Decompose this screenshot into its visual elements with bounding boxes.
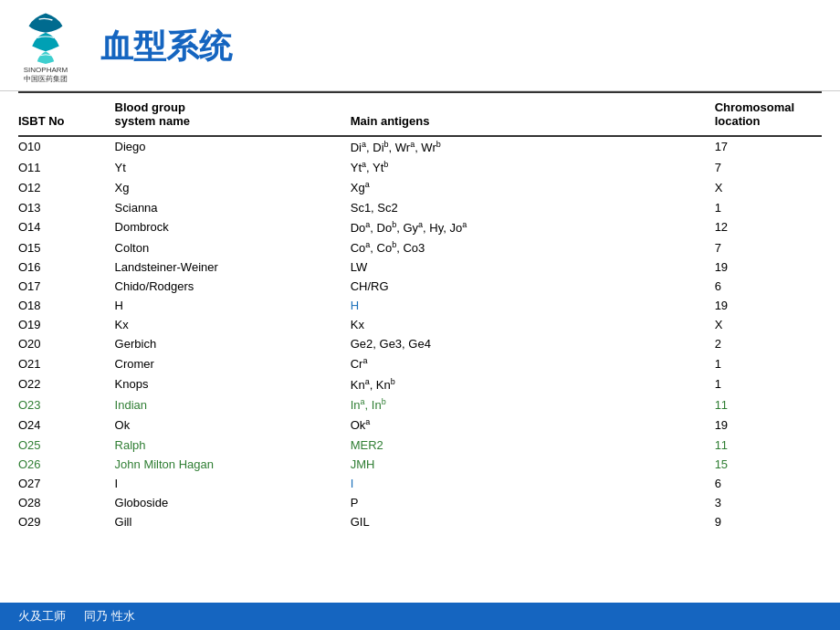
cell-chromosome: 6: [715, 474, 822, 493]
cell-name: Gerbich: [115, 334, 351, 353]
footer-item-1: 火及工师: [18, 608, 66, 625]
cell-name: Kx: [115, 315, 351, 334]
table-header-row: ISBT No Blood groupsystem name Main anti…: [18, 92, 822, 136]
cell-name: I: [115, 474, 351, 493]
cell-antigens: P: [351, 493, 715, 512]
cell-chromosome: 7: [715, 157, 822, 177]
cell-name: Chido/Rodgers: [115, 277, 351, 296]
cell-isbt: O17: [18, 277, 115, 296]
cell-isbt: O12: [18, 177, 115, 197]
table-row: O19KxKxX: [18, 315, 822, 334]
cell-chromosome: X: [715, 177, 822, 197]
cell-isbt: O10: [18, 136, 115, 157]
cell-chromosome: 11: [715, 394, 822, 415]
cell-isbt: O23: [18, 394, 115, 415]
table-row: O25RalphMER211: [18, 436, 822, 455]
cell-chromosome: 1: [715, 198, 822, 217]
cell-isbt: O26: [18, 455, 115, 474]
cell-antigens: I: [351, 474, 715, 493]
cell-antigens: Ge2, Ge3, Ge4: [351, 334, 715, 353]
cell-isbt: O20: [18, 334, 115, 353]
cell-chromosome: 19: [715, 296, 822, 315]
table-container: ISBT No Blood groupsystem name Main anti…: [0, 91, 840, 603]
logo-text: SINOPHARM 中国医药集团: [24, 66, 68, 85]
table-row: O13SciannaSc1, Sc21: [18, 198, 822, 217]
cell-antigens: Yta, Ytb: [351, 157, 715, 177]
cell-isbt: O15: [18, 237, 115, 257]
table-row: O20GerbichGe2, Ge3, Ge42: [18, 334, 822, 353]
col-header-antigens: Main antigens: [351, 92, 715, 136]
logo-area: SINOPHARM 中国医药集团: [18, 9, 73, 85]
cell-name: Colton: [115, 237, 351, 257]
cell-chromosome: X: [715, 315, 822, 334]
table-row: O12XgXgaX: [18, 177, 822, 197]
table-row: O26John Milton HaganJMH15: [18, 455, 822, 474]
cell-chromosome: 1: [715, 374, 822, 394]
cell-name: Indian: [115, 394, 351, 415]
cell-antigens: LW: [351, 257, 715, 277]
cell-isbt: O18: [18, 296, 115, 315]
table-row: O15ColtonCoa, Cob, Co37: [18, 237, 822, 257]
cell-antigens: MER2: [351, 436, 715, 455]
cell-name: Xg: [115, 177, 351, 197]
page-container: SINOPHARM 中国医药集团 血型系统 ISBT No Blood grou…: [0, 0, 840, 630]
table-row: O14DombrockDoa, Dob, Gya, Hy, Joa12: [18, 217, 822, 237]
cell-isbt: O29: [18, 512, 115, 531]
cell-antigens: Kna, Knb: [351, 374, 715, 394]
cell-chromosome: 9: [715, 512, 822, 531]
cell-name: Ralph: [115, 436, 351, 455]
table-row: O29GillGIL9: [18, 512, 822, 531]
cell-antigens: Coa, Cob, Co3: [351, 237, 715, 257]
table-row: O22KnopsKna, Knb1: [18, 374, 822, 394]
cell-name: Cromer: [115, 353, 351, 373]
cell-isbt: O27: [18, 474, 115, 493]
cell-chromosome: 19: [715, 415, 822, 435]
cell-name: Dombrock: [115, 217, 351, 237]
cell-isbt: O19: [18, 315, 115, 334]
table-row: O11YtYta, Ytb7: [18, 157, 822, 177]
table-row: O28GlobosideP3: [18, 493, 822, 512]
cell-chromosome: 1: [715, 353, 822, 373]
header: SINOPHARM 中国医药集团 血型系统: [0, 0, 840, 91]
cell-antigens: Cra: [351, 353, 715, 373]
cell-name: Knops: [115, 374, 351, 394]
cell-isbt: O22: [18, 374, 115, 394]
cell-isbt: O14: [18, 217, 115, 237]
cell-isbt: O25: [18, 436, 115, 455]
cell-chromosome: 2: [715, 334, 822, 353]
cell-isbt: O24: [18, 415, 115, 435]
cell-name: Diego: [115, 136, 351, 157]
cell-antigens: Kx: [351, 315, 715, 334]
cell-antigens: Xga: [351, 177, 715, 197]
cell-chromosome: 7: [715, 237, 822, 257]
cell-chromosome: 3: [715, 493, 822, 512]
table-body: O10DiegoDia, Dib, Wra, Wrb17O11YtYta, Yt…: [18, 136, 822, 531]
cell-name: Yt: [115, 157, 351, 177]
cell-antigens: H: [351, 296, 715, 315]
cell-antigens: GIL: [351, 512, 715, 531]
cell-name: H: [115, 296, 351, 315]
cell-isbt: O11: [18, 157, 115, 177]
table-row: O21CromerCra1: [18, 353, 822, 373]
table-row: O16Landsteiner-WeinerLW19: [18, 257, 822, 277]
cell-name: Landsteiner-Weiner: [115, 257, 351, 277]
cell-isbt: O21: [18, 353, 115, 373]
table-row: O27II6: [18, 474, 822, 493]
cell-antigens: Dia, Dib, Wra, Wrb: [351, 136, 715, 157]
cell-isbt: O16: [18, 257, 115, 277]
cell-name: John Milton Hagan: [115, 455, 351, 474]
col-header-chr: Chromosomallocation: [715, 92, 822, 136]
cell-antigens: Doa, Dob, Gya, Hy, Joa: [351, 217, 715, 237]
cell-isbt: O28: [18, 493, 115, 512]
cell-chromosome: 15: [715, 455, 822, 474]
cell-chromosome: 19: [715, 257, 822, 277]
cell-name: Scianna: [115, 198, 351, 217]
cell-antigens: Oka: [351, 415, 715, 435]
table-row: O24OkOka19: [18, 415, 822, 435]
cell-chromosome: 17: [715, 136, 822, 157]
col-header-isbt: ISBT No: [18, 92, 115, 136]
cell-antigens: CH/RG: [351, 277, 715, 296]
blood-group-table: ISBT No Blood groupsystem name Main anti…: [18, 91, 822, 531]
page-title: 血型系统: [100, 25, 232, 69]
cell-antigens: Ina, Inb: [351, 394, 715, 415]
